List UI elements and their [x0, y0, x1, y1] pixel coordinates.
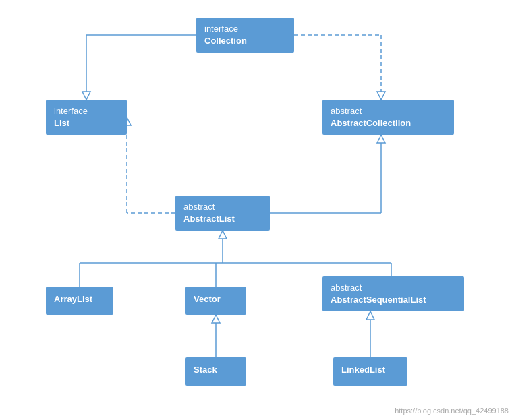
svg-marker-17: [219, 231, 227, 239]
stack-box: Stack: [185, 357, 246, 386]
linkedlist-line2: LinkedList: [341, 364, 399, 376]
collection-box: interface Collection: [196, 18, 294, 53]
svg-marker-21: [366, 311, 374, 320]
vector-box: Vector: [185, 287, 246, 315]
list-line1: interface: [54, 105, 119, 117]
vector-line2: Vector: [194, 293, 238, 305]
stack-line2: Stack: [194, 364, 238, 376]
arraylist-box: ArrayList: [46, 287, 113, 315]
list-line2: List: [54, 117, 119, 129]
abstractcollection-box: abstract AbstractCollectiion: [322, 100, 454, 135]
abstractsequentiallist-box: abstract AbstractSequentialList: [322, 276, 464, 311]
abstractcollection-line1: abstract: [331, 105, 446, 117]
watermark: https://blog.csdn.net/qq_42499188: [395, 407, 509, 415]
collection-line1: interface: [204, 23, 286, 35]
abstractlist-box: abstract AbstractList: [175, 196, 270, 231]
svg-marker-19: [212, 315, 220, 323]
abstractcollection-line2: AbstractCollectiion: [331, 117, 446, 129]
linkedlist-box: LinkedList: [333, 357, 407, 386]
collection-line2: Collection: [204, 35, 286, 47]
svg-marker-5: [377, 92, 385, 100]
abstractsequentiallist-line2: AbstractSequentialList: [331, 294, 456, 306]
diagram-container: interface Collection interface List abst…: [0, 0, 514, 420]
abstractlist-line2: AbstractList: [183, 213, 262, 225]
svg-marker-2: [82, 92, 90, 100]
abstractlist-line1: abstract: [183, 201, 262, 213]
arraylist-line2: ArrayList: [54, 293, 105, 305]
list-box: interface List: [46, 100, 127, 135]
svg-marker-11: [377, 135, 385, 143]
abstractsequentiallist-line1: abstract: [331, 282, 456, 294]
